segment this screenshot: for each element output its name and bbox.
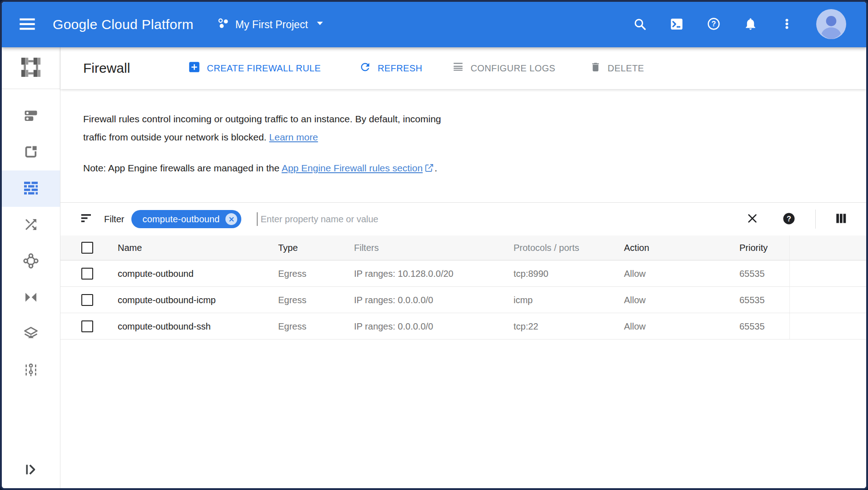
column-header-filters: Filters (354, 243, 379, 253)
routes-icon (23, 216, 39, 234)
sidebar-item-shared-vpc[interactable] (2, 280, 60, 316)
delete-button[interactable]: DELETE (590, 61, 644, 75)
project-switcher-icon (217, 17, 229, 32)
column-divider (789, 235, 790, 260)
cell-filters: IP ranges: 0.0.0.0/0 (354, 321, 433, 331)
cell-priority: 65535 (739, 295, 765, 305)
filter-chip-compute-outbound[interactable]: compute-outbound (131, 210, 241, 228)
cell-priority: 65535 (739, 321, 765, 331)
row-checkbox[interactable] (81, 268, 93, 280)
external-link-icon (424, 160, 434, 179)
cell-action: Allow (624, 295, 646, 305)
serverless-vpc-access-icon (23, 325, 39, 343)
column-header-name[interactable]: Name (118, 243, 142, 253)
text-caret (257, 212, 258, 226)
sidebar-item-routes[interactable] (2, 207, 60, 243)
table-header-row: Name Type Filters Protocols / ports Acti… (60, 235, 866, 260)
refresh-button[interactable]: REFRESH (359, 61, 422, 75)
filter-bar-divider (815, 210, 816, 229)
notifications-icon (743, 17, 758, 32)
table-row-compute-outbound[interactable]: compute-outbound Egress IP ranges: 10.12… (60, 260, 866, 287)
notifications-button[interactable] (743, 17, 758, 32)
column-header-type[interactable]: Type (278, 243, 298, 253)
table-row-compute-outbound-icmp[interactable]: compute-outbound-icmp Egress IP ranges: … (60, 287, 866, 313)
column-header-priority[interactable]: Priority (739, 243, 768, 253)
intro-text: Firewall rules control incoming or outgo… (83, 110, 866, 146)
filter-chip-label: compute-outbound (142, 214, 219, 225)
page-toolbar: Firewall CREATE FIREWALL RULE REFRESH (60, 47, 866, 89)
search-icon (633, 17, 647, 32)
cell-type: Egress (278, 295, 306, 305)
project-selector[interactable]: My First Project (215, 17, 329, 33)
filter-input[interactable] (259, 214, 746, 225)
filter-bar-actions: ? (746, 210, 847, 229)
help-circle-icon: ? (782, 212, 796, 227)
console-body: Firewall CREATE FIREWALL RULE REFRESH (2, 47, 866, 488)
vpc-network-peering-icon (23, 253, 39, 270)
clear-filter-icon (746, 212, 758, 226)
sidebar-item-firewall[interactable] (2, 170, 60, 207)
sidebar-item-vpc-networks[interactable] (2, 98, 60, 134)
refresh-icon (359, 61, 371, 75)
sidebar-item-vpc-network-peering[interactable] (2, 243, 60, 280)
cell-action: Allow (624, 268, 646, 279)
column-header-protocols-ports: Protocols / ports (514, 243, 579, 253)
page-content: Firewall rules control incoming or outgo… (60, 89, 866, 488)
cell-protocols: tcp:22 (514, 321, 538, 331)
collapse-sidebar-button[interactable] (2, 452, 60, 488)
app-engine-firewall-rules-link[interactable]: App Engine Firewall rules section (282, 163, 423, 173)
select-all-checkbox[interactable] (81, 242, 93, 254)
firewall-icon (23, 180, 39, 198)
gcp-console-window: Google Cloud Platform My First Project (0, 0, 868, 490)
page-title: Firewall (83, 60, 130, 76)
intro-line2: traffic from outside your network is blo… (83, 132, 266, 142)
shared-vpc-icon (23, 289, 39, 307)
cloud-shell-button[interactable] (669, 17, 684, 33)
column-options-icon (835, 212, 847, 226)
row-checkbox[interactable] (81, 294, 93, 306)
firewall-rules-table: Filter compute-outbound (60, 202, 866, 340)
external-ip-addresses-icon (23, 144, 39, 161)
sidebar-item-packet-mirroring[interactable] (2, 352, 60, 389)
clear-filter-button[interactable] (746, 212, 758, 226)
cell-name: compute-outbound-ssh (118, 321, 211, 331)
create-firewall-rule-button[interactable]: CREATE FIREWALL RULE (188, 61, 321, 75)
note-text: Note: App Engine firewalls are managed i… (83, 159, 866, 179)
sidebar-nav (2, 89, 60, 389)
configure-logs-button[interactable]: CONFIGURE LOGS (452, 61, 555, 75)
more-options-button[interactable] (780, 17, 793, 32)
filter-help-button[interactable]: ? (782, 212, 796, 227)
collapse-panel-icon (23, 461, 39, 479)
column-display-options-button[interactable] (835, 212, 847, 226)
menu-icon (18, 15, 36, 35)
refresh-label: REFRESH (378, 63, 422, 74)
learn-more-link[interactable]: Learn more (269, 132, 318, 142)
cell-type: Egress (278, 321, 306, 331)
help-button[interactable]: ? (707, 17, 721, 32)
intro-line1: Firewall rules control incoming or outgo… (83, 114, 441, 124)
chip-remove-icon[interactable] (225, 213, 237, 225)
filter-label: Filter (104, 214, 124, 225)
column-header-action[interactable]: Action (624, 243, 649, 253)
product-logo[interactable]: Google Cloud Platform (53, 17, 194, 32)
caret-down-icon (314, 17, 326, 32)
menu-button[interactable] (18, 15, 36, 35)
note-suffix: . (434, 163, 437, 173)
cell-filters: IP ranges: 10.128.0.0/20 (354, 268, 454, 279)
more-vert-icon (780, 17, 793, 32)
row-checkbox[interactable] (81, 320, 93, 332)
sidebar-item-external-ip-addresses[interactable] (2, 134, 60, 170)
table-row-compute-outbound-ssh[interactable]: compute-outbound-ssh Egress IP ranges: 0… (60, 313, 866, 340)
packet-mirroring-icon (23, 362, 39, 380)
project-name: My First Project (235, 19, 308, 31)
vpc-networks-icon (23, 107, 39, 125)
delete-label: DELETE (608, 63, 644, 74)
configure-logs-icon (452, 61, 464, 75)
search-button[interactable] (633, 17, 647, 32)
sidebar-item-serverless-vpc-access[interactable] (2, 316, 60, 352)
cell-name: compute-outbound (118, 268, 194, 279)
account-button[interactable] (816, 9, 846, 40)
vpc-sidebar (2, 47, 60, 488)
column-divider (789, 313, 790, 339)
app-bar: Google Cloud Platform My First Project (2, 2, 866, 47)
